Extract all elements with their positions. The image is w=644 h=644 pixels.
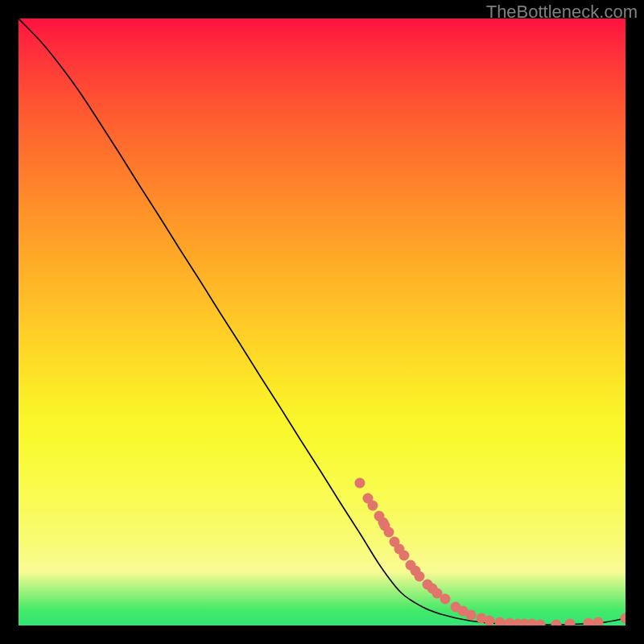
data-point (451, 602, 461, 613)
data-point (406, 560, 416, 571)
data-point (380, 521, 390, 531)
data-point (565, 619, 576, 626)
data-point (378, 518, 389, 528)
data-point (513, 619, 523, 626)
data-point (399, 551, 410, 561)
data-point (551, 620, 562, 626)
data-point (527, 619, 538, 626)
data-point (584, 618, 594, 626)
data-point (415, 572, 425, 582)
fit-curve (19, 19, 625, 625)
data-point (495, 617, 506, 626)
data-dots-group (355, 478, 626, 626)
data-point (505, 618, 515, 626)
data-point (458, 606, 469, 617)
data-point (363, 493, 374, 504)
chart-container: TheBottleneck.com (0, 0, 644, 644)
data-point (384, 527, 394, 538)
curve-svg (19, 19, 625, 625)
data-point (432, 588, 443, 599)
data-point (535, 620, 546, 626)
data-point (355, 478, 365, 489)
data-point (368, 501, 378, 511)
data-point (466, 610, 477, 621)
data-point (374, 511, 385, 522)
data-point (427, 584, 438, 594)
data-point (477, 613, 487, 624)
watermark-text: TheBottleneck.com (486, 2, 638, 23)
data-point (394, 544, 405, 555)
data-point (423, 580, 433, 590)
data-point (621, 613, 626, 624)
data-point (519, 619, 530, 626)
data-point (593, 617, 604, 626)
data-point (485, 616, 495, 626)
data-point (390, 537, 400, 547)
data-point (440, 594, 451, 605)
plot-area (19, 19, 625, 625)
data-point (411, 566, 421, 576)
